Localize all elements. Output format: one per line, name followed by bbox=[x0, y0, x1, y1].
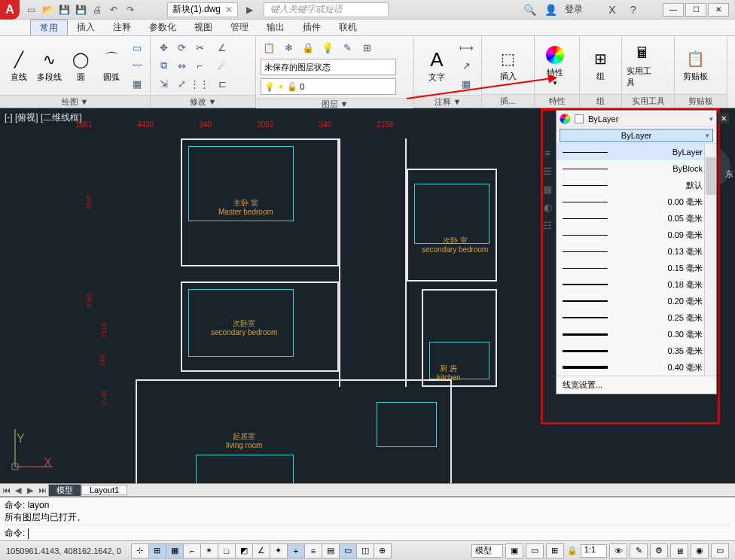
sb-ortho-icon[interactable]: ⌐ bbox=[183, 543, 201, 558]
panel-utilities-title[interactable]: 实用工具 bbox=[622, 94, 674, 108]
sb-polar-icon[interactable]: ✴ bbox=[200, 543, 218, 558]
app-icon[interactable]: A bbox=[0, 0, 20, 20]
move-icon[interactable]: ✥ bbox=[155, 39, 172, 56]
array-icon[interactable]: ⋮⋮ bbox=[191, 75, 208, 92]
close-button[interactable]: ✕ bbox=[708, 3, 729, 17]
ribbon-tab-manage[interactable]: 管理 bbox=[221, 20, 258, 35]
sb-ducs-icon[interactable]: ✦ bbox=[270, 543, 288, 558]
hatch-icon[interactable]: ▦ bbox=[129, 75, 145, 92]
layer-state-combo[interactable]: 未保存的图层状态 bbox=[261, 59, 396, 75]
lw-item[interactable]: 0.18 毫米 bbox=[557, 276, 716, 293]
lw-scrollbar[interactable] bbox=[704, 144, 716, 376]
ribbon-tab-plugins[interactable]: 插件 bbox=[294, 20, 330, 35]
sb-am-icon[interactable]: ⊕ bbox=[374, 543, 392, 558]
qat-open-icon[interactable]: 📂 bbox=[41, 3, 54, 17]
sb-clean-icon[interactable]: ▭ bbox=[711, 543, 729, 558]
exchange-icon[interactable]: X bbox=[605, 3, 619, 17]
login-label[interactable]: 登录 bbox=[565, 3, 583, 16]
clipboard-button[interactable]: 📋剪贴板 bbox=[679, 40, 711, 91]
ribbon-tab-insert[interactable]: 插入 bbox=[68, 20, 104, 35]
lw-item[interactable]: 0.20 毫米 bbox=[557, 293, 716, 309]
help-icon[interactable]: ? bbox=[627, 3, 640, 17]
erase-icon[interactable]: ∠ bbox=[214, 39, 230, 56]
ribbon-tab-online[interactable]: 联机 bbox=[330, 20, 366, 35]
sb-ws-icon[interactable]: ⚙ bbox=[650, 543, 668, 558]
sb-ann-visibility-icon[interactable]: 👁 bbox=[609, 543, 627, 558]
linetype-list-icon[interactable]: ≡ bbox=[541, 146, 554, 160]
panel-modify-title[interactable]: 修改 ▼ bbox=[151, 95, 255, 108]
arc-button[interactable]: ⌒圆弧 bbox=[98, 40, 126, 91]
text-button[interactable]: A 文字 bbox=[419, 39, 455, 92]
sb-grid-icon[interactable]: ▦ bbox=[166, 543, 184, 558]
layer-off-icon[interactable]: 💡 bbox=[319, 39, 336, 56]
sb-ann-auto-icon[interactable]: ✎ bbox=[630, 543, 648, 558]
sb-lwt-icon[interactable]: ≡ bbox=[304, 543, 322, 558]
copy-icon[interactable]: ⧉ bbox=[155, 57, 172, 74]
prop-panel-close-icon[interactable]: ✕ bbox=[718, 113, 729, 123]
tab-last-icon[interactable]: ⏭ bbox=[36, 485, 48, 495]
spline-icon[interactable]: 〰 bbox=[129, 57, 145, 74]
user-icon[interactable]: 👤 bbox=[544, 3, 557, 17]
leader-icon[interactable]: ↗ bbox=[458, 57, 474, 74]
ribbon-tab-annotate[interactable]: 注释 bbox=[104, 20, 140, 35]
utilities-button[interactable]: 🖩实用工具 bbox=[627, 40, 658, 91]
tab-prev-icon[interactable]: ◀ bbox=[12, 485, 24, 495]
line-button[interactable]: ╱直线 bbox=[5, 40, 32, 91]
panel-insert-title[interactable]: 插... bbox=[482, 94, 534, 108]
lw-item[interactable]: 0.35 毫米 bbox=[557, 342, 716, 359]
ribbon-tab-output[interactable]: 输出 bbox=[258, 20, 294, 35]
binoculars-icon[interactable]: 🔍 bbox=[523, 3, 536, 17]
mirror-icon[interactable]: ⇔ bbox=[173, 57, 190, 74]
sb-tpy-icon[interactable]: ▤ bbox=[322, 543, 340, 558]
lw-item[interactable]: 0.40 毫米 bbox=[557, 359, 716, 376]
qat-undo-icon[interactable]: ↶ bbox=[107, 3, 120, 17]
circle-button[interactable]: ◯圆 bbox=[67, 40, 95, 91]
layer-properties-icon[interactable]: 📋 bbox=[261, 39, 277, 56]
offset-icon[interactable]: ⊏ bbox=[214, 75, 230, 92]
lw-item[interactable]: 0.05 毫米 bbox=[557, 210, 716, 227]
tab-nav-icon[interactable]: ▶ bbox=[242, 3, 256, 17]
layer-match-icon[interactable]: ✎ bbox=[339, 39, 355, 56]
lineweight-list-icon[interactable]: ☰ bbox=[541, 164, 554, 178]
layer-lock-icon[interactable]: 🔒 bbox=[300, 39, 316, 56]
sb-infer-icon[interactable]: ⊹ bbox=[131, 543, 149, 558]
search-input[interactable]: 键入关键字或短语 bbox=[264, 2, 389, 17]
fillet-icon[interactable]: ⌐ bbox=[191, 57, 208, 74]
panel-clipboard-title[interactable]: 剪贴板 bbox=[675, 94, 727, 108]
prop-color-row[interactable]: ByLayer ▾ bbox=[557, 111, 716, 127]
viewport-label[interactable]: [-] [俯视] [二维线框] bbox=[5, 111, 82, 124]
stretch-icon[interactable]: ⇲ bbox=[155, 75, 172, 92]
linetype-combo[interactable]: ByLayer bbox=[560, 129, 713, 142]
dim-linear-icon[interactable]: ⟼ bbox=[458, 39, 474, 56]
sb-3dosnap-icon[interactable]: ◩ bbox=[235, 543, 253, 558]
sb-qp-icon[interactable]: ▭ bbox=[339, 543, 357, 558]
panel-draw-title[interactable]: 绘图 ▼ bbox=[0, 95, 150, 108]
model-space-combo[interactable]: 模型 bbox=[471, 544, 503, 558]
transparency-icon[interactable]: ◐ bbox=[541, 200, 554, 214]
scale-icon[interactable]: ⤢ bbox=[173, 75, 190, 92]
scroll-thumb[interactable] bbox=[706, 157, 716, 195]
close-doc-icon[interactable]: ✕ bbox=[225, 5, 233, 15]
lw-item[interactable]: 0.25 毫米 bbox=[557, 309, 716, 326]
lw-item[interactable]: 0.09 毫米 bbox=[557, 227, 716, 243]
maximize-button[interactable]: ☐ bbox=[685, 3, 706, 17]
document-tab[interactable]: 新块(1).dwg ✕ bbox=[167, 2, 238, 17]
sb-otrack-icon[interactable]: ∠ bbox=[252, 543, 270, 558]
ribbon-tab-parametric[interactable]: 参数化 bbox=[140, 20, 185, 35]
properties-button[interactable]: 特性▼ bbox=[539, 40, 571, 91]
tab-model[interactable]: 模型 bbox=[48, 484, 81, 497]
sb-maximize-vp-icon[interactable]: ▭ bbox=[526, 543, 544, 558]
sb-dyn-icon[interactable]: + bbox=[287, 543, 305, 558]
lw-item[interactable]: 0.30 毫米 bbox=[557, 326, 716, 342]
sb-quickview-icon[interactable]: ⊞ bbox=[546, 543, 564, 558]
coords-readout[interactable]: 1050961.4143, 408162.1642, 0 bbox=[0, 546, 127, 555]
sb-isolate-icon[interactable]: ◉ bbox=[691, 543, 709, 558]
qat-save-icon[interactable]: 💾 bbox=[57, 3, 71, 17]
tab-layout1[interactable]: Layout1 bbox=[81, 485, 127, 495]
rect-icon[interactable]: ▭ bbox=[129, 39, 145, 56]
list-icon[interactable]: ☷ bbox=[541, 218, 554, 232]
qat-new-icon[interactable]: ▭ bbox=[24, 3, 38, 17]
plot-style-icon[interactable]: ▦ bbox=[541, 182, 554, 196]
tab-next-icon[interactable]: ▶ bbox=[24, 485, 36, 495]
lw-item-bylayer[interactable]: ByLayer bbox=[557, 144, 716, 160]
